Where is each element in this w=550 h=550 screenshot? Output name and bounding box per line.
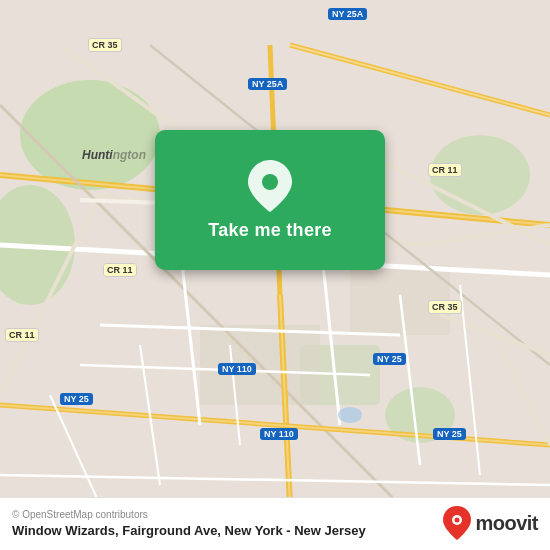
road-label-cr35-bot: CR 35 xyxy=(428,300,462,314)
road-label-ny25a-mid: NY 25A xyxy=(248,78,287,90)
osm-attribution: © OpenStreetMap contributors xyxy=(12,509,366,520)
road-label-cr35-top: CR 35 xyxy=(88,38,122,52)
road-label-ny25-bot: NY 25 xyxy=(60,393,93,405)
huntington-label: Huntington xyxy=(82,148,146,162)
bottom-left: © OpenStreetMap contributors Window Wiza… xyxy=(12,509,366,538)
svg-point-38 xyxy=(338,407,362,423)
road-label-cr11-mid: CR 11 xyxy=(103,263,137,277)
svg-line-25 xyxy=(180,245,200,425)
svg-point-39 xyxy=(262,174,278,190)
moovit-logo: moovit xyxy=(443,506,538,540)
svg-line-30 xyxy=(460,285,480,475)
road-label-cr11-right: CR 11 xyxy=(428,163,462,177)
svg-point-41 xyxy=(455,518,460,523)
map-container: NY 25A NY 25A CR 35 CR 11 CR 11 CR 11 CR… xyxy=(0,0,550,550)
road-label-ny110-bot: NY 110 xyxy=(260,428,298,440)
road-label-cr11-left: CR 11 xyxy=(5,328,39,342)
take-me-button-label: Take me there xyxy=(208,220,332,241)
location-title: Window Wizards, Fairground Ave, New York… xyxy=(12,523,366,538)
road-label-ny25-right2: NY 25 xyxy=(433,428,466,440)
road-label-ny25a-top: NY 25A xyxy=(328,8,367,20)
moovit-pin-icon xyxy=(443,506,471,540)
svg-line-33 xyxy=(0,475,550,485)
svg-line-8 xyxy=(290,45,550,115)
location-pin-icon xyxy=(248,160,292,212)
road-label-ny25-right: NY 25 xyxy=(373,353,406,365)
moovit-text: moovit xyxy=(475,512,538,535)
svg-point-0 xyxy=(20,80,160,190)
take-me-card[interactable]: Take me there xyxy=(155,130,385,270)
bottom-bar: © OpenStreetMap contributors Window Wiza… xyxy=(0,497,550,550)
road-label-ny110: NY 110 xyxy=(218,363,256,375)
